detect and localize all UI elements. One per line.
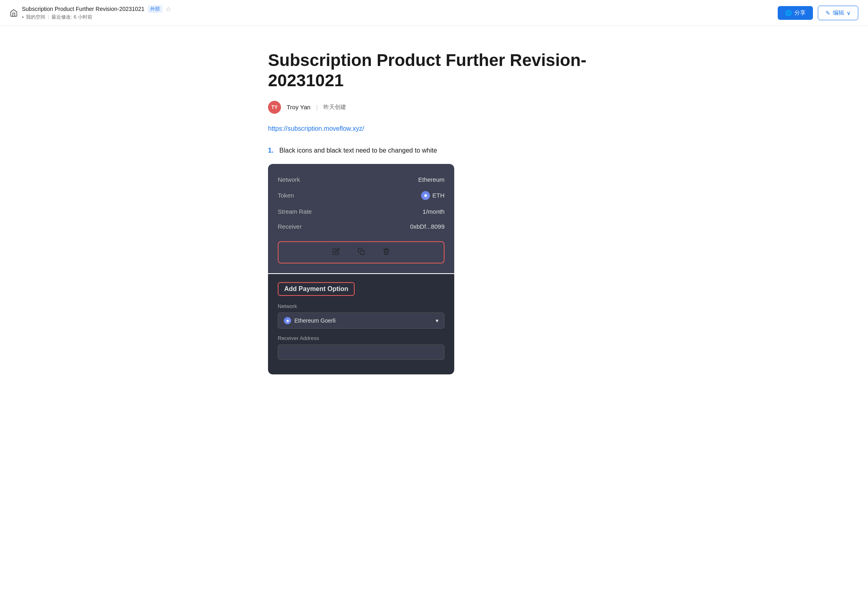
- delete-icon-button[interactable]: [379, 246, 393, 259]
- token-value: ◆ ETH: [421, 191, 445, 200]
- network-field: Network ◆ Ethereum Goerli ▾: [278, 303, 445, 329]
- stream-rate-label: Stream Rate: [278, 208, 312, 215]
- edit-label: 编辑: [833, 9, 844, 17]
- receiver-address-input[interactable]: [278, 344, 445, 360]
- payment-card: Network Ethereum Token ◆ ETH Stream Rate…: [268, 164, 454, 273]
- receiver-label: Receiver: [278, 223, 302, 230]
- svg-rect-0: [360, 251, 364, 255]
- network-select[interactable]: ◆ Ethereum Goerli ▾: [278, 312, 445, 329]
- author-row: TY Troy Yan | 昨天创建: [268, 101, 600, 114]
- edit-icon-button[interactable]: [329, 246, 343, 259]
- receiver-address-label: Receiver Address: [278, 335, 445, 341]
- item-text-1: Black icons and black text need to be ch…: [279, 147, 437, 154]
- share-button[interactable]: 🌐 分享: [778, 6, 813, 20]
- chevron-down-icon: ∨: [847, 10, 851, 16]
- receiver-value: 0xbDf...8099: [410, 223, 445, 230]
- edit-button[interactable]: ✎ 编辑 ∨: [818, 6, 858, 20]
- network-select-value: Ethereum Goerli: [294, 317, 336, 324]
- receiver-address-field: Receiver Address: [278, 335, 445, 360]
- token-label: Token: [278, 192, 294, 199]
- token-row: Token ◆ ETH: [278, 187, 445, 204]
- space-name: 我的空间: [26, 14, 45, 21]
- topbar: Subscription Product Further Revision-20…: [0, 0, 868, 26]
- stream-rate-value: 1/month: [423, 208, 445, 215]
- network-row: Network Ethereum: [278, 172, 445, 187]
- item-number-1: 1.: [268, 147, 276, 154]
- last-modified: 最近修改: 6 小时前: [51, 14, 92, 21]
- main-content: Subscription Product Further Revision-20…: [252, 26, 616, 407]
- breadcrumb: Subscription Product Further Revision-20…: [22, 5, 171, 21]
- share-label: 分享: [794, 9, 806, 17]
- document-link[interactable]: https://subscription.moveflow.xyz/: [268, 125, 600, 132]
- dropdown-chevron-icon: ▾: [436, 317, 438, 324]
- page-title: Subscription Product Further Revision-20…: [22, 6, 145, 12]
- network-field-label: Network: [278, 303, 445, 309]
- globe-icon: 🌐: [785, 10, 792, 16]
- favorite-icon[interactable]: ☆: [166, 5, 171, 13]
- add-payment-title[interactable]: Add Payment Option: [278, 282, 355, 296]
- author-name: Troy Yan: [287, 104, 311, 110]
- external-badge: 外部: [148, 5, 162, 13]
- numbered-item-1: 1. Black icons and black text need to be…: [268, 147, 600, 154]
- cards-container: Network Ethereum Token ◆ ETH Stream Rate…: [268, 164, 454, 374]
- document-title: Subscription Product Further Revision-20…: [268, 50, 600, 91]
- network-value: Ethereum: [418, 176, 445, 183]
- add-payment-card: Add Payment Option Network ◆ Ethereum Go…: [268, 274, 454, 374]
- created-time: 昨天创建: [323, 104, 346, 111]
- copy-icon-button[interactable]: [354, 246, 368, 259]
- home-button[interactable]: [10, 9, 18, 17]
- network-label: Network: [278, 176, 300, 183]
- topbar-right: 🌐 分享 ✎ 编辑 ∨: [778, 6, 858, 20]
- folder-icon: ▪: [22, 14, 23, 20]
- stream-rate-row: Stream Rate 1/month: [278, 204, 445, 219]
- ethereum-goerli-icon: ◆: [284, 317, 291, 324]
- edit-pencil-icon: ✎: [825, 10, 830, 16]
- card-actions: [278, 241, 445, 264]
- eth-icon: ◆: [421, 191, 430, 200]
- avatar: TY: [268, 101, 281, 114]
- receiver-row: Receiver 0xbDf...8099: [278, 219, 445, 234]
- topbar-left: Subscription Product Further Revision-20…: [10, 5, 171, 21]
